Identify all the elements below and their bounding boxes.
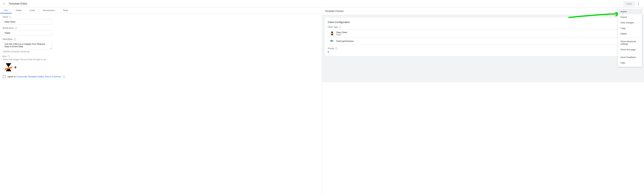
client-type-row[interactable]: Data Client Stape bbox=[328, 30, 638, 37]
menu-delete[interactable]: Delete bbox=[618, 31, 642, 37]
help-icon[interactable]: ? bbox=[63, 76, 65, 78]
tab-permissions[interactable]: Permissions bbox=[39, 8, 59, 13]
menu-help[interactable]: Help bbox=[618, 60, 642, 66]
svg-point-2 bbox=[638, 4, 639, 5]
close-icon[interactable] bbox=[3, 2, 6, 5]
agree-checkbox[interactable] bbox=[3, 75, 6, 78]
agree-row: Agree to Community Template Gallery Term… bbox=[3, 75, 319, 78]
client-name: Data Client bbox=[336, 31, 347, 34]
tos-link[interactable]: Community Template Gallery Terms of Serv… bbox=[16, 75, 61, 78]
help-icon[interactable]: ? bbox=[9, 16, 12, 18]
preview-body: Client Configuration Client Type ? bbox=[322, 15, 644, 82]
tab-fields[interactable]: Fields bbox=[12, 8, 26, 13]
help-icon[interactable]: ? bbox=[8, 55, 10, 58]
menu-test-page[interactable]: Show test page bbox=[618, 47, 642, 52]
client-permissions-row[interactable]: Client permissions bbox=[328, 37, 638, 45]
help-icon[interactable]: ? bbox=[14, 38, 16, 40]
priority-label: Priority ? bbox=[328, 47, 638, 50]
key-icon bbox=[330, 39, 334, 43]
preview-pane: Template Preview Client Configuration Cl… bbox=[322, 8, 644, 195]
icon-helper: Select only images that you have the rig… bbox=[3, 58, 52, 61]
tabs: Info Fields Code Permissions Tests bbox=[0, 8, 322, 14]
menu-advanced-settings[interactable]: Show advanced settings bbox=[618, 39, 642, 47]
brand-input[interactable] bbox=[3, 30, 52, 36]
top-bar-right: Save bbox=[623, 1, 641, 7]
priority-value: 0 bbox=[328, 51, 638, 53]
menu-separator bbox=[618, 53, 642, 54]
editor-pane: Info Fields Code Permissions Tests Name … bbox=[0, 8, 322, 195]
template-icon bbox=[330, 32, 334, 35]
name-field: Name ? bbox=[3, 16, 52, 25]
help-icon[interactable]: ? bbox=[335, 47, 337, 50]
page-title: Template Editor bbox=[9, 2, 28, 5]
svg-point-0 bbox=[638, 2, 639, 3]
description-label: Description bbox=[3, 38, 13, 40]
preview-header: Template Preview bbox=[322, 8, 644, 15]
chars-remaining: 140/200 characters remaining bbox=[3, 50, 52, 53]
description-field: Description ? 140/200 characters remaini… bbox=[3, 38, 52, 53]
info-form: Name ? Brand name ? Description ? bbox=[0, 14, 322, 81]
menu-copy[interactable]: Copy bbox=[618, 25, 642, 31]
icon-field: Icon ? Select only images that you have … bbox=[3, 55, 52, 73]
description-input[interactable] bbox=[3, 41, 52, 49]
top-bar-left: Template Editor bbox=[3, 2, 28, 5]
menu-view-changes[interactable]: View changes bbox=[618, 20, 642, 25]
card-title: Client Configuration bbox=[328, 21, 638, 24]
preview-card: Client Configuration Client Type ? bbox=[325, 18, 641, 56]
tab-code[interactable]: Code bbox=[26, 8, 39, 13]
icon-label: Icon bbox=[3, 55, 6, 58]
client-brand: Stape bbox=[336, 34, 347, 36]
brand-label: Brand name bbox=[3, 27, 14, 29]
icon-preview-box bbox=[3, 62, 19, 73]
name-label: Name bbox=[3, 16, 8, 18]
name-input[interactable] bbox=[3, 19, 52, 25]
tab-info[interactable]: Info bbox=[0, 8, 12, 13]
svg-point-1 bbox=[638, 3, 639, 4]
client-type-label: Client Type ? bbox=[328, 26, 638, 28]
brand-field: Brand name ? bbox=[3, 27, 52, 36]
help-icon[interactable]: ? bbox=[339, 26, 341, 28]
menu-import[interactable]: Import bbox=[618, 9, 642, 14]
more-menu: Import Export View changes Copy Delete S… bbox=[618, 8, 642, 67]
client-permissions-label: Client permissions bbox=[336, 40, 354, 42]
main-split: Info Fields Code Permissions Tests Name … bbox=[0, 8, 644, 195]
menu-feedback[interactable]: Send Feedback bbox=[618, 55, 642, 60]
agree-text: Agree to Community Template Gallery Term… bbox=[8, 75, 65, 78]
save-button[interactable]: Save bbox=[623, 1, 635, 7]
client-type-box: Data Client Stape Client permissions bbox=[328, 29, 638, 45]
top-bar: Template Editor Save bbox=[0, 0, 644, 8]
menu-export[interactable]: Export bbox=[618, 14, 642, 20]
more-menu-button[interactable] bbox=[636, 1, 641, 7]
template-icon bbox=[4, 63, 12, 72]
help-icon[interactable]: ? bbox=[14, 27, 17, 29]
delete-icon-button[interactable] bbox=[14, 66, 17, 69]
tab-tests[interactable]: Tests bbox=[59, 8, 72, 13]
